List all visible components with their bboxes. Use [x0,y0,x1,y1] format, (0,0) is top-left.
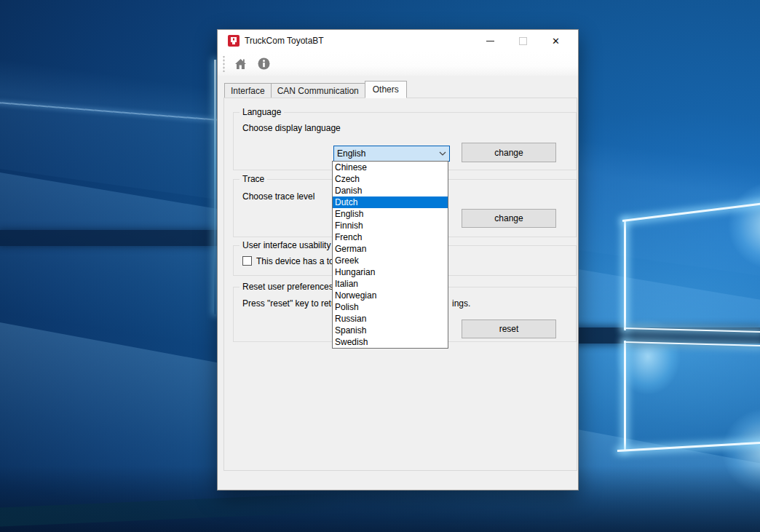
language-combobox[interactable]: English [333,146,450,162]
trace-change-button[interactable]: change [462,209,556,228]
touch-device-checkbox-label: This device has a touc [256,256,343,266]
reset-description-left: Press "reset" key to retur [242,298,339,309]
group-usability-title: User interface usability [240,240,333,250]
desktop-wallpaper: TruckCom ToyotaBT ✕ [0,0,760,532]
wallpaper-glow [706,393,760,509]
dropdown-option[interactable]: Greek [333,255,448,266]
wallpaper-logo-edge [0,102,222,121]
toolbar [218,52,578,76]
home-button[interactable] [231,55,249,73]
dropdown-option[interactable]: Chinese [333,162,448,173]
reset-description-right: ings. [452,298,470,309]
language-dropdown-list: Chinese Czech Danish Dutch English Finni… [332,161,448,349]
dropdown-option[interactable]: German [333,243,448,255]
language-description: Choose display language [242,123,341,133]
titlebar[interactable]: TruckCom ToyotaBT ✕ [218,30,578,52]
wallpaper-logo-edge [617,441,760,452]
tab-can-communication[interactable]: CAN Communication [271,83,365,98]
dropdown-option[interactable]: Danish [333,185,448,196]
reset-button[interactable]: reset [462,319,556,338]
dropdown-option[interactable]: Swedish [333,336,448,348]
wallpaper-logo-edge [624,327,760,333]
tab-others[interactable]: Others [365,81,407,98]
chevron-down-icon [436,146,449,161]
group-trace-title: Trace [240,174,267,184]
dropdown-option[interactable]: Italian [333,278,448,290]
wallpaper-logo-divider [0,230,218,246]
dropdown-option[interactable]: Spanish [333,325,448,336]
wallpaper-logo-line [214,60,216,314]
info-button[interactable] [255,55,272,73]
dropdown-option[interactable]: Hungarian [333,266,448,278]
dropdown-option[interactable]: Russian [333,313,448,325]
wallpaper-floor-streak [0,493,349,528]
dropdown-option[interactable]: Norwegian [333,290,448,301]
wallpaper-logo-line [624,220,626,330]
group-reset-title: Reset user preferences [240,282,336,292]
wallpaper-glow [713,167,760,284]
wallpaper-logo-divider [574,327,760,344]
dropdown-option[interactable]: Polish [333,301,448,313]
window-title: TruckCom ToyotaBT [245,36,324,46]
language-combobox-value: English [337,148,436,159]
tab-interface[interactable]: Interface [224,83,272,98]
touch-device-checkbox[interactable] [242,256,252,266]
wallpaper-logo-line [624,341,626,451]
dropdown-option[interactable]: Czech [333,173,448,185]
wallpaper-logo-edge [622,202,760,222]
dropdown-option[interactable]: Finnish [333,220,448,231]
maximize-button[interactable] [507,30,539,52]
minimize-button[interactable] [474,30,507,52]
language-change-button[interactable]: change [462,143,556,162]
toolbar-grip-handle[interactable] [222,56,226,72]
tabstrip: Interface CAN Communication Others [224,82,407,98]
trace-description: Choose trace level [242,191,314,202]
maximize-icon [519,37,527,45]
home-icon [234,58,247,70]
dropdown-option[interactable]: French [333,231,448,243]
wallpaper-logo-edge [624,341,760,346]
close-icon: ✕ [552,36,560,46]
close-button[interactable]: ✕ [539,30,572,52]
dropdown-option-highlighted[interactable]: Dutch [333,196,448,208]
info-icon [258,57,270,70]
app-window: TruckCom ToyotaBT ✕ [217,29,579,491]
caption-buttons: ✕ [474,30,572,52]
wallpaper-glow [604,306,692,408]
minimize-icon [486,41,494,41]
group-language-title: Language [240,107,284,117]
dropdown-option[interactable]: English [333,208,448,220]
app-icon [228,35,240,47]
